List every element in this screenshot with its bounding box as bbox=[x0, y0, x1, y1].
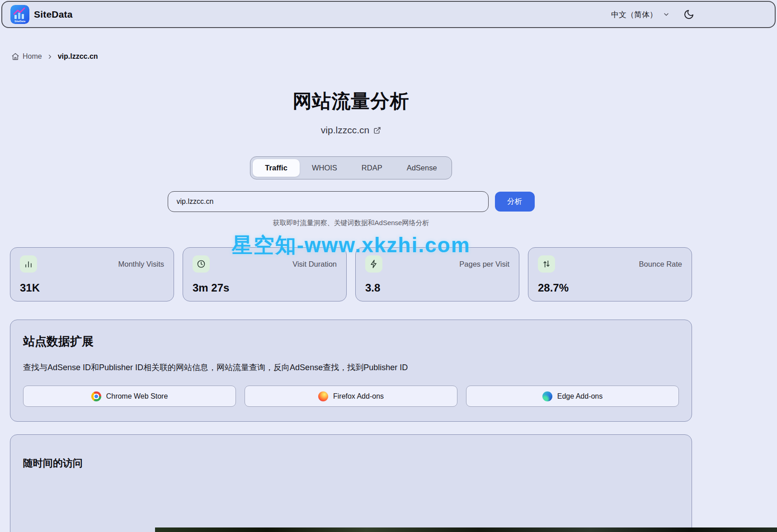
language-selector[interactable]: 中文（简体） bbox=[611, 9, 670, 20]
store-button-label: Firefox Add-ons bbox=[333, 392, 384, 400]
analysis-tabs: Traffic WHOIS RDAP AdSense bbox=[250, 156, 452, 179]
stat-label: Monthly Visits bbox=[118, 260, 164, 268]
breadcrumb: Home vip.lzzcc.cn bbox=[11, 52, 692, 61]
tab-traffic[interactable]: Traffic bbox=[253, 159, 300, 177]
breadcrumb-current: vip.lzzcc.cn bbox=[58, 52, 98, 61]
language-label: 中文（简体） bbox=[611, 9, 657, 20]
chrome-web-store-button[interactable]: Chrome Web Store bbox=[23, 386, 236, 407]
chevron-right-icon bbox=[47, 53, 53, 60]
tab-whois[interactable]: WHOIS bbox=[300, 159, 349, 177]
tab-adsense[interactable]: AdSense bbox=[395, 159, 449, 177]
page-title: 网站流量分析 bbox=[10, 89, 692, 114]
stat-card-pages-per-visit: Pages per Visit 3.8 bbox=[355, 247, 519, 301]
app-header: SiteData SiteData 中文（简体） bbox=[1, 1, 776, 28]
brand[interactable]: SiteData SiteData bbox=[10, 5, 73, 24]
stat-label: Bounce Rate bbox=[639, 260, 682, 268]
store-button-label: Chrome Web Store bbox=[106, 392, 168, 400]
cutoff-content-strip bbox=[155, 527, 777, 532]
bar-chart-icon bbox=[24, 259, 33, 268]
tab-rdap[interactable]: RDAP bbox=[349, 159, 395, 177]
chevron-down-icon bbox=[663, 11, 670, 18]
lightning-icon bbox=[369, 259, 378, 268]
visits-over-time-section: 随时间的访问 bbox=[10, 434, 692, 532]
stat-label: Pages per Visit bbox=[459, 260, 509, 268]
breadcrumb-home-label: Home bbox=[23, 52, 42, 61]
extension-section-description: 查找与AdSense ID和Publisher ID相关联的网站信息，网站流量查… bbox=[23, 362, 679, 373]
clock-icon bbox=[197, 259, 206, 268]
moon-icon bbox=[683, 9, 694, 20]
analyzed-domain-text: vip.lzzcc.cn bbox=[321, 125, 369, 136]
dark-mode-toggle[interactable] bbox=[683, 9, 694, 20]
firefox-addons-button[interactable]: Firefox Add-ons bbox=[245, 386, 457, 407]
store-button-label: Edge Add-ons bbox=[557, 392, 603, 400]
external-link-icon[interactable] bbox=[373, 127, 381, 134]
search-hint: 获取即时流量洞察、关键词数据和AdSense网络分析 bbox=[10, 219, 692, 227]
chrome-logo-icon bbox=[91, 391, 101, 401]
svg-text:SiteData: SiteData bbox=[14, 20, 26, 23]
stat-card-bounce-rate: Bounce Rate 28.7% bbox=[528, 247, 692, 301]
stat-card-monthly-visits: Monthly Visits 31K bbox=[10, 247, 174, 301]
analyze-button[interactable]: 分析 bbox=[495, 192, 535, 212]
main-content: Home vip.lzzcc.cn 网站流量分析 vip.lzzcc.cn Tr… bbox=[10, 29, 692, 532]
breadcrumb-home-link[interactable]: Home bbox=[11, 52, 42, 61]
edge-addons-button[interactable]: Edge Add-ons bbox=[466, 386, 679, 407]
visits-over-time-title: 随时间的访问 bbox=[23, 457, 679, 470]
arrows-up-down-icon bbox=[542, 259, 551, 268]
stat-card-visit-duration: Visit Duration 3m 27s bbox=[183, 247, 347, 301]
stat-label: Visit Duration bbox=[292, 260, 337, 268]
edge-logo-icon bbox=[542, 391, 552, 401]
stat-value: 3m 27s bbox=[193, 282, 337, 294]
stat-value: 28.7% bbox=[538, 282, 682, 294]
sitedata-logo-icon: SiteData bbox=[10, 5, 29, 24]
home-icon bbox=[11, 52, 19, 61]
domain-input[interactable] bbox=[168, 191, 489, 212]
extension-section-title: 站点数据扩展 bbox=[23, 334, 679, 349]
stat-value: 3.8 bbox=[365, 282, 509, 294]
site-data-extension-section: 站点数据扩展 查找与AdSense ID和Publisher ID相关联的网站信… bbox=[10, 320, 692, 422]
firefox-logo-icon bbox=[318, 391, 328, 401]
analyzed-domain: vip.lzzcc.cn bbox=[10, 125, 692, 136]
stats-row: Monthly Visits 31K Visit Duration 3m 27s… bbox=[10, 247, 692, 301]
stat-value: 31K bbox=[20, 282, 164, 294]
brand-name: SiteData bbox=[34, 9, 73, 20]
